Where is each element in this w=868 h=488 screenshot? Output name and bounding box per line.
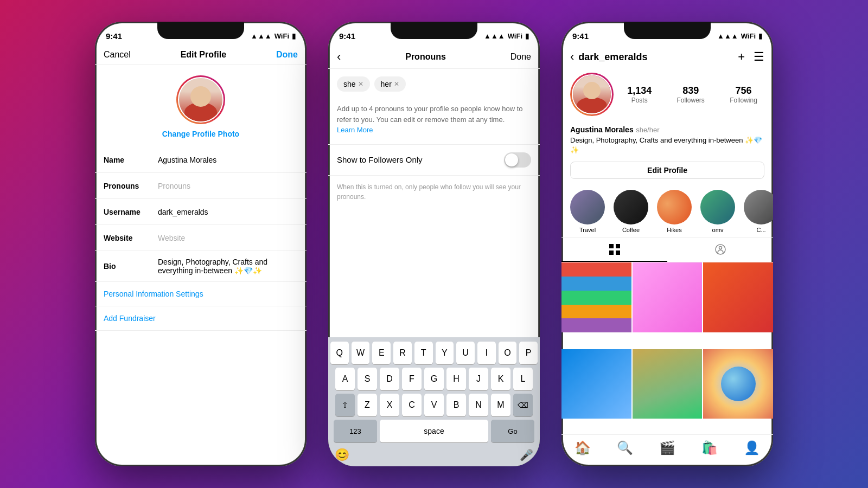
key-space[interactable]: space — [380, 420, 488, 442]
key-delete[interactable]: ⌫ — [513, 394, 533, 416]
grid-cell-4[interactable] — [561, 349, 631, 419]
key-o[interactable]: O — [499, 342, 517, 364]
grid-cell-2[interactable] — [633, 262, 703, 332]
key-x[interactable]: X — [380, 394, 399, 416]
pronouns-input[interactable]: Pronouns — [158, 182, 298, 190]
username-value[interactable]: dark_emeralds — [158, 208, 298, 216]
mic-button[interactable]: 🎤 — [520, 448, 533, 461]
key-h[interactable]: H — [446, 368, 466, 390]
highlight-hikes[interactable]: Hikes — [657, 190, 692, 233]
grid-cell-5[interactable] — [633, 349, 703, 419]
toggle-hint-text: When this is turned on, only people who … — [328, 176, 540, 208]
name-value[interactable]: Agustina Morales — [158, 156, 298, 164]
grid-cell-6[interactable] — [703, 349, 773, 419]
svg-rect-0 — [609, 244, 614, 248]
key-e[interactable]: E — [372, 342, 391, 364]
emoji-button[interactable]: 😊 — [335, 448, 349, 462]
profile-bio-text: Design, Photography, Crafts and everythi… — [570, 136, 764, 155]
change-profile-photo-button[interactable]: Change Profile Photo — [162, 130, 239, 138]
phone-notch — [157, 22, 244, 39]
keyboard-row-1: Q W E R T Y U I O P — [330, 342, 538, 364]
reels-icon[interactable]: 🎬 — [659, 440, 675, 455]
key-c[interactable]: C — [402, 394, 422, 416]
highlight-hikes-label: Hikes — [667, 227, 682, 233]
grid-cell-1[interactable] — [561, 262, 631, 332]
back-button[interactable]: ‹ — [337, 50, 341, 64]
profile-icon[interactable]: 👤 — [744, 440, 760, 455]
username-label: Username — [104, 208, 158, 216]
key-k[interactable]: K — [491, 368, 510, 390]
page-title-pronouns: Pronouns — [405, 52, 446, 62]
highlight-omv[interactable]: omv — [700, 190, 735, 233]
key-q[interactable]: Q — [330, 342, 349, 364]
highlight-travel[interactable]: Travel — [570, 190, 605, 233]
signal-icon-2: ▲▲▲ — [484, 32, 505, 40]
pronoun-tag-her[interactable]: her ✕ — [374, 76, 406, 92]
key-g[interactable]: G — [424, 368, 444, 390]
tagged-icon — [714, 243, 726, 255]
profile-back-button[interactable]: ‹ — [570, 50, 574, 64]
search-bottom-icon[interactable]: 🔍 — [617, 440, 633, 455]
tag-her-remove[interactable]: ✕ — [394, 80, 399, 88]
key-z[interactable]: Z — [358, 394, 377, 416]
following-count: 756 — [735, 85, 751, 97]
keyboard-bottom: 😊 🎤 — [330, 446, 538, 464]
status-time-2: 9:41 — [339, 31, 355, 41]
key-a[interactable]: A — [335, 368, 355, 390]
tag-her-label: her — [381, 80, 392, 88]
key-shift[interactable]: ⇧ — [335, 394, 355, 416]
key-l[interactable]: L — [513, 368, 533, 390]
key-m[interactable]: M — [491, 394, 510, 416]
svg-rect-3 — [616, 251, 620, 255]
done-button[interactable]: Done — [276, 50, 298, 60]
profile-pronouns: she/her — [636, 126, 659, 134]
personal-information-settings-link[interactable]: Personal Information Settings — [95, 282, 307, 306]
key-j[interactable]: J — [469, 368, 488, 390]
key-d[interactable]: D — [380, 368, 399, 390]
learn-more-link[interactable]: Learn More — [337, 126, 373, 134]
pronoun-tag-she[interactable]: she ✕ — [337, 76, 370, 92]
key-n[interactable]: N — [469, 394, 488, 416]
add-icon[interactable]: + — [738, 50, 745, 64]
cancel-button[interactable]: Cancel — [104, 50, 131, 60]
key-f[interactable]: F — [402, 368, 422, 390]
tab-grid[interactable] — [561, 238, 667, 262]
tab-tagged[interactable] — [667, 238, 773, 262]
shop-icon[interactable]: 🛍️ — [701, 440, 718, 455]
key-v[interactable]: V — [424, 394, 444, 416]
grid-cell-3[interactable] — [703, 262, 773, 332]
key-p[interactable]: P — [519, 342, 538, 364]
key-r[interactable]: R — [393, 342, 412, 364]
home-icon[interactable]: 🏠 — [575, 440, 591, 455]
key-y[interactable]: Y — [436, 342, 454, 364]
key-w[interactable]: W — [352, 342, 370, 364]
highlight-5-circle — [744, 190, 773, 224]
keyboard-row-2: A S D F G H J K L — [330, 368, 538, 390]
key-i[interactable]: I — [477, 342, 496, 364]
followers-stat[interactable]: 839 Followers — [676, 85, 704, 104]
profile-photo-section: Change Profile Photo — [95, 65, 307, 147]
svg-rect-1 — [616, 244, 620, 248]
following-stat[interactable]: 756 Following — [730, 85, 757, 104]
bio-value[interactable]: Design, Photography, Crafts and everythi… — [158, 258, 298, 275]
key-b[interactable]: B — [446, 394, 466, 416]
profile-edit-button[interactable]: Edit Profile — [570, 162, 764, 179]
website-input[interactable]: Website — [158, 234, 298, 242]
avatar — [179, 78, 222, 121]
tag-she-remove[interactable]: ✕ — [358, 80, 363, 88]
key-s[interactable]: S — [358, 368, 377, 390]
highlight-5[interactable]: C... — [744, 190, 773, 233]
key-t[interactable]: T — [414, 342, 433, 364]
key-go[interactable]: Go — [491, 420, 534, 442]
highlight-coffee[interactable]: Coffee — [614, 190, 648, 233]
wifi-icon: WiFi — [275, 32, 289, 40]
key-u[interactable]: U — [456, 342, 475, 364]
key-numbers[interactable]: 123 — [334, 420, 377, 442]
grid-icon — [609, 243, 621, 255]
menu-icon[interactable]: ☰ — [754, 50, 764, 64]
profile-avatar — [573, 75, 611, 113]
add-fundraiser-link[interactable]: Add Fundraiser — [95, 306, 307, 331]
pronouns-done-button[interactable]: Done — [510, 52, 531, 62]
phone2-screen: 9:41 ▲▲▲ WiFi ▮ ‹ Pronouns Done she ✕ he… — [328, 22, 540, 466]
followers-only-toggle[interactable] — [504, 152, 531, 168]
